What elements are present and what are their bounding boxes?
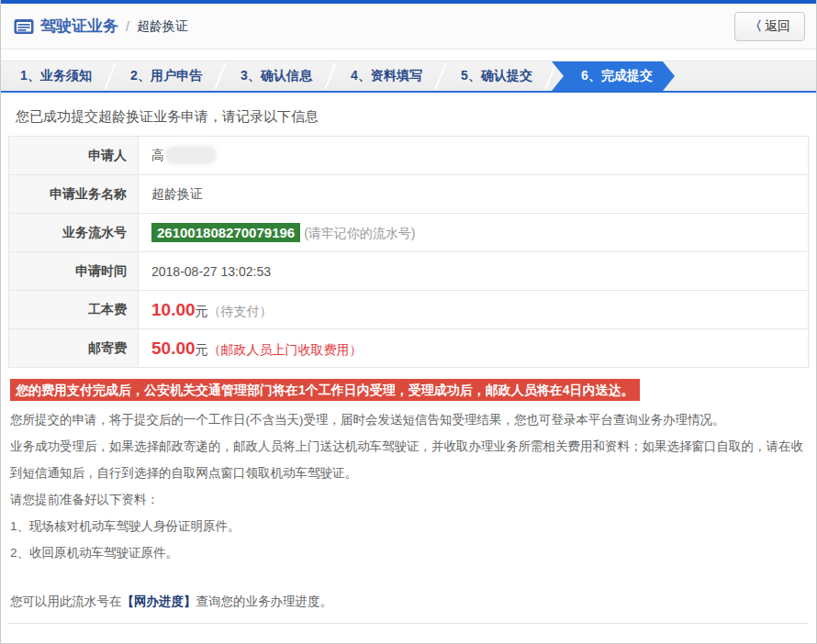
value-part: 高 xyxy=(151,148,164,162)
table-row: 业务流水号261001808270079196(请牢记你的流水号) xyxy=(9,214,809,252)
table-row: 工本费10.00元（待支付） xyxy=(9,291,809,329)
serial-number-badge: 261001808270079196 xyxy=(151,223,300,242)
info-table: 申请人高申请业务名称超龄换证业务流水号261001808270079196(请牢… xyxy=(8,136,809,368)
chevron-left-icon: 〈 xyxy=(749,18,762,35)
value-part: 元 xyxy=(196,342,208,357)
row-label: 申请人 xyxy=(9,137,139,175)
table-row: 申请业务名称超龄换证 xyxy=(9,175,809,214)
row-value: 50.00元（邮政人员上门收取费用） xyxy=(139,329,809,368)
row-value: 10.00元（待支付） xyxy=(139,291,809,329)
instructions-section: 您的费用支付完成后，公安机关交通管理部门将在1个工作日内受理，受理成功后，邮政人… xyxy=(8,368,809,624)
row-label: 邮寄费 xyxy=(9,329,139,368)
row-label: 业务流水号 xyxy=(9,214,139,252)
value-part: 元 xyxy=(196,304,208,318)
step-tab-4[interactable]: 4、资料填写 xyxy=(331,61,442,91)
progress-note-suffix: 查询您的业务办理进度。 xyxy=(196,594,333,608)
row-value: 超龄换证 xyxy=(139,175,809,214)
back-button[interactable]: 〈 返回 xyxy=(734,12,805,41)
row-label: 申请业务名称 xyxy=(9,175,139,214)
step-tab-3[interactable]: 3、确认信息 xyxy=(221,61,331,91)
progress-note-prefix: 您可以用此流水号在 xyxy=(10,594,122,608)
table-row: 申请人高 xyxy=(9,137,809,175)
instruction-paragraph: 您所提交的申请，将于提交后的一个工作日(不含当天)受理，届时会发送短信告知受理结… xyxy=(10,406,807,433)
steps-bar: 1、业务须知2、用户申告3、确认信息4、资料填写5、确认提交6、完成提交 xyxy=(1,61,816,93)
row-value: 2018-08-27 13:02:53 xyxy=(139,252,809,291)
action-bar: ¥继续支付¥取消支付返回 xyxy=(8,624,809,644)
instruction-paragraph: 2、收回原机动车驾驶证原件。 xyxy=(10,539,807,566)
value-part: （待支付） xyxy=(208,304,273,318)
instruction-paragraph: 请您提前准备好以下资料： xyxy=(10,486,807,513)
value-part: (请牢记你的流水号) xyxy=(304,226,415,240)
step-tab-5[interactable]: 5、确认提交 xyxy=(442,61,552,91)
value-part: 超龄换证 xyxy=(151,186,203,201)
instruction-paragraphs: 您所提交的申请，将于提交后的一个工作日(不含当天)受理，届时会发送短信告知受理结… xyxy=(10,406,807,566)
instruction-paragraph: 1、现场核对机动车驾驶人身份证明原件。 xyxy=(10,513,807,539)
redacted-name xyxy=(166,147,216,163)
success-message: 您已成功提交超龄换证业务申请，请记录以下信息 xyxy=(16,108,801,126)
main-content: 您已成功提交超龄换证业务申请，请记录以下信息 申请人高申请业务名称超龄换证业务流… xyxy=(1,108,816,644)
back-button-label: 返回 xyxy=(765,18,790,35)
value-part: 50.00 xyxy=(151,339,196,358)
instruction-paragraph: 业务成功受理后，如果选择邮政寄递的，邮政人员将上门送达机动车驾驶证，并收取办理业… xyxy=(10,433,807,486)
progress-link[interactable]: 【网办进度】 xyxy=(122,594,196,608)
step-tab-2[interactable]: 2、用户申告 xyxy=(111,61,221,91)
row-value: 高 xyxy=(139,137,809,175)
step-tab-6[interactable]: 6、完成提交 xyxy=(552,61,675,91)
breadcrumb: 驾驶证业务 / 超龄换证 xyxy=(14,16,734,37)
info-table-body: 申请人高申请业务名称超龄换证业务流水号261001808270079196(请牢… xyxy=(9,137,809,368)
row-label: 申请时间 xyxy=(9,252,139,291)
step-tab-1[interactable]: 1、业务须知 xyxy=(1,61,111,91)
license-service-icon xyxy=(14,18,34,35)
page: 驾驶证业务 / 超龄换证 〈 返回 1、业务须知2、用户申告3、确认信息4、资料… xyxy=(0,0,817,644)
row-value: 261001808270079196(请牢记你的流水号) xyxy=(139,214,809,252)
value-part: （邮政人员上门收取费用） xyxy=(208,342,363,357)
warning-banner: 您的费用支付完成后，公安机关交通管理部门将在1个工作日内受理，受理成功后，邮政人… xyxy=(10,379,640,401)
progress-note: 您可以用此流水号在【网办进度】查询您的业务办理进度。 xyxy=(10,594,807,610)
page-title: 驾驶证业务 xyxy=(40,16,118,37)
page-subtitle: 超龄换证 xyxy=(137,18,188,35)
breadcrumb-separator: / xyxy=(126,19,129,34)
value-part: 2018-08-27 13:02:53 xyxy=(151,264,271,279)
table-row: 申请时间2018-08-27 13:02:53 xyxy=(9,252,809,291)
value-part: 10.00 xyxy=(151,300,196,319)
header: 驾驶证业务 / 超龄换证 〈 返回 xyxy=(1,4,816,50)
row-label: 工本费 xyxy=(9,291,139,329)
table-row: 邮寄费50.00元（邮政人员上门收取费用） xyxy=(9,329,809,368)
